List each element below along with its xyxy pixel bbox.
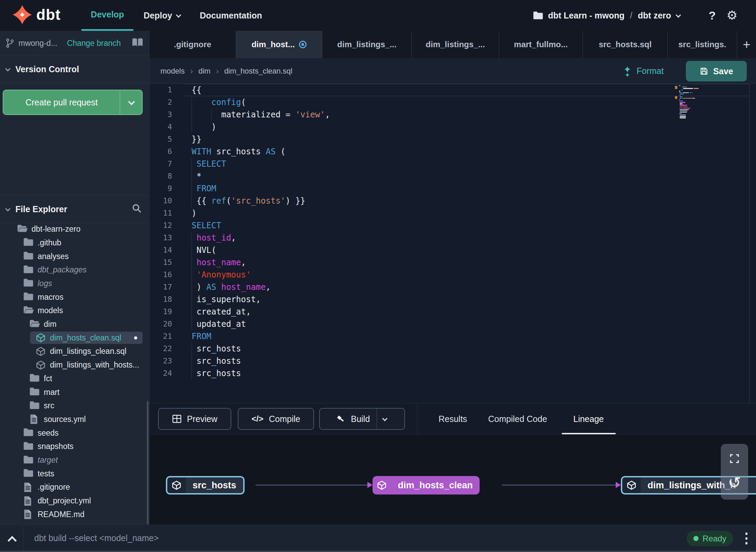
kebab-menu[interactable]: ⋮ bbox=[740, 525, 753, 551]
nav-deploy-label: Deploy bbox=[144, 11, 172, 21]
search-icon[interactable] bbox=[131, 203, 142, 214]
file-tree-item[interactable]: src bbox=[0, 399, 149, 412]
file-tree-item[interactable]: sources.yml bbox=[0, 413, 149, 426]
docs-book-icon[interactable] bbox=[131, 37, 144, 48]
editor-tab-label: mart_fullmo... bbox=[514, 40, 568, 49]
file-tree-item[interactable]: seeds bbox=[0, 426, 149, 440]
file-tree-item[interactable]: target bbox=[0, 453, 149, 467]
editor-tab-label: src_listings. bbox=[678, 40, 726, 49]
file-tree-label: dim_listings_clean.sql bbox=[50, 347, 127, 356]
line-number: 4 bbox=[149, 121, 172, 133]
code-line: 21FROM bbox=[149, 330, 756, 343]
file-tree-item[interactable]: tests bbox=[0, 467, 149, 480]
line-number: 2 bbox=[149, 96, 172, 108]
create-pull-request-label[interactable]: Create pull request bbox=[3, 90, 120, 114]
current-line-highlight bbox=[184, 84, 749, 96]
code-editor[interactable]: 1{{2 config(3 materialized = 'view',4 )5… bbox=[149, 84, 756, 403]
file-tree-item[interactable]: fct bbox=[0, 372, 149, 385]
sidebar-scrollbar[interactable] bbox=[147, 401, 148, 524]
code-line: 24 src_hosts bbox=[149, 367, 756, 380]
editor-tab[interactable]: dim_host... bbox=[236, 31, 322, 58]
file-tree-item[interactable]: .github bbox=[0, 236, 149, 249]
reset-view-icon[interactable]: ↺ bbox=[728, 473, 741, 492]
file-explorer-header[interactable]: File Explorer bbox=[0, 195, 149, 223]
chevron-down-icon bbox=[128, 99, 135, 105]
command-input[interactable]: dbt build --select <model_name> bbox=[34, 525, 159, 551]
lineage-label: Lineage bbox=[573, 414, 604, 424]
file-tree-label: .gitignore bbox=[38, 483, 70, 492]
line-number: 15 bbox=[149, 256, 172, 269]
code-line: 15 host_name, bbox=[149, 256, 756, 269]
format-label: Format bbox=[637, 66, 664, 76]
unsaved-dot-icon bbox=[134, 336, 137, 339]
file-tree-item[interactable]: dim_hosts_clean.sql bbox=[0, 331, 149, 345]
file-tree: dbt-learn-zero.githubanalysesdbt_package… bbox=[0, 221, 149, 525]
lineage-node-dim-hosts-clean[interactable]: dim_hosts_clean bbox=[373, 476, 480, 495]
create-pr-dropdown[interactable] bbox=[120, 90, 142, 114]
model-icon bbox=[36, 333, 46, 343]
editor-tab[interactable]: dim_listings_... bbox=[322, 31, 412, 58]
chevron-up-icon[interactable] bbox=[8, 536, 17, 545]
folder-icon bbox=[23, 468, 34, 479]
code-line: 13 host_id, bbox=[149, 232, 756, 244]
code-line: 9 FROM bbox=[149, 182, 756, 195]
file-tree-item[interactable]: mart bbox=[0, 386, 149, 399]
file-tree-item[interactable]: dbt-learn-zero bbox=[0, 222, 149, 236]
project-selector[interactable]: dbt Learn - mwong / dbt zero bbox=[533, 0, 680, 31]
settings-button[interactable]: ⚙ bbox=[723, 0, 741, 31]
folder-open-icon bbox=[23, 306, 34, 316]
change-branch-link[interactable]: Change branch bbox=[67, 39, 121, 48]
file-tree-item[interactable]: dim bbox=[0, 318, 149, 331]
file-tree-item[interactable]: dbt_project.yml bbox=[0, 494, 149, 508]
editor-tab[interactable]: src_hosts.sql bbox=[583, 31, 668, 58]
tab-results[interactable]: Results bbox=[439, 403, 467, 434]
dbt-logo[interactable]: dbt bbox=[12, 5, 61, 25]
create-pull-request-button[interactable]: Create pull request bbox=[3, 90, 143, 115]
file-tree-item[interactable]: README.md bbox=[0, 508, 149, 521]
nav-documentation[interactable]: Documentation bbox=[195, 0, 267, 31]
compile-button[interactable]: </> Compile bbox=[238, 408, 314, 430]
chevron-down-icon[interactable] bbox=[382, 416, 388, 421]
file-tree-item[interactable]: dim_listings_with_hosts... bbox=[0, 358, 149, 372]
file-tree-item[interactable]: models bbox=[0, 304, 149, 317]
file-tree-item[interactable]: logs bbox=[0, 277, 149, 290]
breadcrumb-models[interactable]: models bbox=[160, 67, 185, 76]
folder-icon bbox=[23, 455, 34, 465]
version-control-header[interactable]: Version Control bbox=[0, 56, 149, 83]
nav-deploy[interactable]: Deploy bbox=[136, 0, 187, 31]
help-icon: ? bbox=[709, 9, 716, 22]
lineage-edge bbox=[256, 485, 368, 486]
file-tree-item[interactable]: dim_listings_clean.sql bbox=[0, 345, 149, 358]
code-line: 12SELECT bbox=[149, 219, 756, 232]
main-panel: .gitignoredim_host...dim_listings_...dim… bbox=[149, 31, 756, 525]
file-tree-label: sources.yml bbox=[44, 415, 86, 424]
editor-tab[interactable]: src_listings. bbox=[668, 31, 737, 58]
nav-develop[interactable]: Develop bbox=[81, 0, 133, 31]
save-button[interactable]: Save bbox=[686, 61, 747, 81]
new-tab-button[interactable]: + bbox=[737, 31, 756, 58]
breadcrumb-dim[interactable]: dim bbox=[198, 67, 210, 76]
statusbar-divider bbox=[23, 525, 24, 551]
editor-tab[interactable]: .gitignore bbox=[149, 31, 236, 58]
lineage-graph[interactable]: src_hosts dim_hosts_clean dim_listings_w… bbox=[149, 435, 756, 525]
preview-button[interactable]: Preview bbox=[158, 408, 231, 430]
build-button[interactable]: Build bbox=[319, 408, 405, 430]
folder-icon bbox=[29, 387, 40, 397]
editor-tab[interactable]: dim_listings_... bbox=[412, 31, 499, 58]
file-tree-item[interactable]: analyses bbox=[0, 250, 149, 263]
node-label: src_hosts bbox=[186, 477, 243, 493]
help-button[interactable]: ? bbox=[705, 0, 720, 31]
file-tree-item[interactable]: .gitignore bbox=[0, 480, 149, 494]
file-tree-item[interactable]: macros bbox=[0, 291, 149, 304]
folder-icon bbox=[23, 238, 34, 248]
format-button[interactable]: Format bbox=[622, 58, 664, 84]
tab-compiled-code[interactable]: Compiled Code bbox=[488, 403, 547, 434]
fullscreen-icon[interactable] bbox=[729, 453, 740, 464]
code-line: 14 NVL( bbox=[149, 244, 756, 256]
lineage-node-src-hosts[interactable]: src_hosts bbox=[166, 476, 245, 495]
editor-tab[interactable]: mart_fullmo... bbox=[499, 31, 583, 58]
line-number: 3 bbox=[149, 108, 172, 121]
file-tree-item[interactable]: snapshots bbox=[0, 440, 149, 453]
tab-lineage[interactable]: Lineage bbox=[573, 403, 604, 434]
file-tree-item[interactable]: dbt_packages bbox=[0, 263, 149, 277]
